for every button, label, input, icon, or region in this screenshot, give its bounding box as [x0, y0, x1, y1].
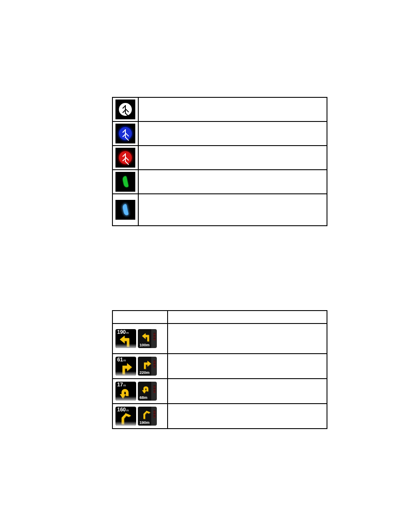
bluetooth-blue-icon: [115, 124, 135, 143]
distance-small: 68m: [140, 395, 147, 400]
table-row: [112, 97, 327, 121]
table-row: 61m 220m: [112, 354, 327, 379]
table-row: 190m 100m: [112, 324, 327, 354]
bluetooth-status-table-wrap: [112, 97, 327, 226]
table-row: 17m 68m: [112, 379, 327, 404]
distance-unit: m: [123, 384, 126, 387]
phone-blue-icon: [115, 200, 135, 220]
navigation-arrows-table-wrap: 190m 100m: [112, 310, 327, 429]
distance-value: 17: [117, 382, 123, 388]
distance-unit: m: [126, 331, 129, 334]
bluetooth-status-table: [112, 97, 327, 226]
navigation-arrows-table: 190m 100m: [112, 310, 327, 429]
table-row: [112, 121, 327, 146]
phone-green-icon: [115, 172, 135, 192]
distance-small: 190m: [140, 420, 149, 425]
table-header-row: [112, 311, 327, 324]
bluetooth-white-icon: [115, 100, 135, 119]
nav-turn-left-icon: 190m 100m: [115, 329, 165, 348]
table-row: [112, 170, 327, 194]
table-row: [112, 146, 327, 170]
document-page: 190m 100m: [0, 0, 411, 532]
distance-small: 100m: [140, 343, 149, 347]
distance-value: 160: [117, 407, 126, 413]
distance-unit: m: [126, 409, 129, 412]
bluetooth-red-icon: [115, 148, 135, 168]
nav-turn-right-icon: 61m 220m: [115, 357, 165, 376]
distance-unit: m: [123, 359, 126, 362]
nav-slight-right-icon: 160m 190m: [115, 407, 165, 426]
table-row: [112, 194, 327, 226]
nav-uturn-icon: 17m 68m: [115, 382, 165, 401]
table-row: 160m 190m: [112, 404, 327, 429]
distance-value: 190: [117, 329, 126, 335]
distance-value: 61: [117, 357, 123, 363]
distance-small: 220m: [140, 370, 149, 375]
